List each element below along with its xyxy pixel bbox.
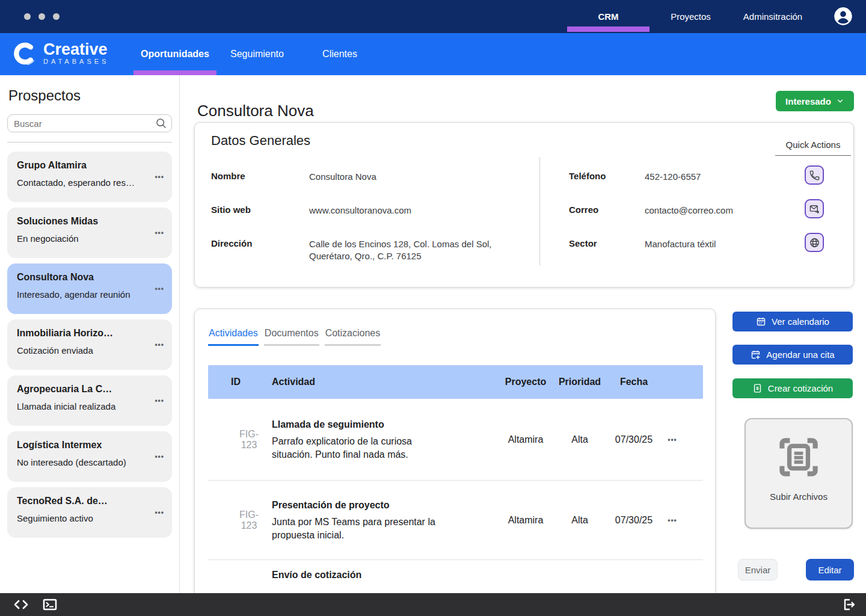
- prospect-item-grupo-altamira[interactable]: Grupo Altamira Contactado, esperando res…: [7, 152, 172, 202]
- activity-description: Junta por MS Teams para presentar la pro…: [272, 516, 439, 542]
- prospect-item-consultora-nova[interactable]: Consultora Nova Interesado, agendar reun…: [7, 263, 172, 314]
- nav-item-label: Adminsitración: [743, 11, 802, 22]
- sidebar-divider: [7, 142, 172, 143]
- column-header-actividad: Actividad: [272, 377, 315, 387]
- column-header-prioridad: Prioridad: [553, 377, 607, 387]
- tab-seguimiento[interactable]: Seguimiento: [229, 33, 286, 75]
- tab-oportunidades[interactable]: Oportunidades: [134, 33, 216, 75]
- ellipsis-menu-icon[interactable]: •••: [155, 173, 164, 181]
- prospect-name: Agropecuaria La C…: [17, 383, 162, 395]
- quick-action-website-button[interactable]: [805, 233, 824, 252]
- button-label: Agendar una cita: [766, 350, 834, 360]
- search-input[interactable]: [7, 114, 172, 132]
- activity-priority: Alta: [553, 434, 607, 445]
- tab-cotizaciones[interactable]: Cotizaciones: [325, 328, 381, 346]
- nav-item-proyectos[interactable]: Proyectos: [662, 0, 720, 33]
- ellipsis-menu-icon[interactable]: •••: [155, 340, 164, 349]
- ellipsis-menu-icon[interactable]: •••: [155, 508, 164, 517]
- prospect-name: Grupo Altamira: [17, 159, 162, 171]
- schedule-appointment-button[interactable]: Agendar una cita: [732, 345, 853, 365]
- logout-icon[interactable]: [841, 597, 856, 614]
- globe-icon: [809, 237, 820, 248]
- ellipsis-menu-icon[interactable]: •••: [660, 516, 684, 525]
- field-value-sitio-web: www.consultoranova.com: [309, 205, 508, 217]
- search-icon[interactable]: [155, 117, 168, 132]
- activity-title: Llamada de seguimiento: [272, 418, 439, 431]
- prospect-name: Consultora Nova: [17, 271, 162, 283]
- send-button[interactable]: Enviar: [738, 559, 778, 581]
- active-tab-underline: [134, 70, 216, 75]
- prospect-status: En negociación: [17, 233, 162, 244]
- tab-clientes[interactable]: Clientes: [321, 33, 358, 75]
- mail-forward-icon: [809, 203, 820, 215]
- page-title: Consultora Nova: [197, 102, 314, 120]
- table-row[interactable]: FIG-123 Llamada de seguimiento Parrafo e…: [208, 399, 703, 481]
- nav-item-administracion[interactable]: Adminsitración: [728, 0, 818, 33]
- ellipsis-menu-icon[interactable]: •••: [155, 452, 164, 461]
- terminal-icon[interactable]: [42, 598, 58, 611]
- prospect-item-tecnored[interactable]: TecnoRed S.A. de… Seguimiento activo •••: [7, 487, 172, 538]
- app-bar: Creative DATABASES Oportunidades Seguimi…: [0, 33, 866, 75]
- prospect-name: Soluciones Midas: [17, 215, 162, 227]
- top-navigation-bar: CRM Proyectos Adminsitración: [0, 0, 866, 33]
- field-label-sitio-web: Sitio web: [211, 205, 251, 215]
- column-header-fecha: Fecha: [607, 377, 661, 387]
- prospect-name: Logística Intermex: [17, 439, 162, 451]
- logo-icon: [11, 40, 37, 67]
- window-dot: [38, 13, 45, 20]
- create-quote-button[interactable]: $ Crear cotización: [732, 378, 853, 398]
- general-data-card: Datos Generales Nombre Consultora Nova S…: [194, 122, 854, 288]
- calendar-plus-icon: [751, 350, 761, 360]
- user-avatar-icon[interactable]: [834, 7, 853, 26]
- activity-cell: Envío de cotización: [272, 568, 439, 585]
- view-calendar-button[interactable]: Ver calendario: [732, 312, 853, 331]
- nav-item-label: Proyectos: [671, 11, 711, 22]
- ellipsis-menu-icon[interactable]: •••: [155, 396, 164, 405]
- prospect-status: No interesado (descartado): [17, 457, 162, 468]
- activity-priority: Alta: [553, 515, 607, 526]
- button-label: Ver calendario: [772, 316, 829, 327]
- activity-project: Altamira: [490, 515, 562, 526]
- svg-text:$: $: [756, 386, 759, 391]
- activities-card: Actividades Documentos Cotizaciones ID A…: [194, 309, 716, 616]
- ellipsis-menu-icon[interactable]: •••: [660, 436, 684, 444]
- nav-item-crm[interactable]: CRM: [567, 0, 650, 33]
- field-value-correo: contacto@correo.com: [645, 205, 783, 217]
- code-icon[interactable]: [13, 597, 29, 612]
- prospect-status: Interesado, agendar reunión: [17, 289, 162, 300]
- field-label-sector: Sector: [569, 238, 597, 248]
- activity-title: Presentación de proyecto: [272, 499, 439, 511]
- ellipsis-menu-icon[interactable]: •••: [155, 229, 164, 237]
- chevron-down-icon: [836, 97, 844, 105]
- field-value-direccion: Calle de los Encinos 128, Col. Lomas del…: [309, 238, 500, 262]
- upload-files-dropzone[interactable]: Subir Archivos: [745, 418, 853, 529]
- field-label-direccion: Dirección: [211, 238, 252, 248]
- tab-label: Seguimiento: [230, 49, 284, 60]
- ellipsis-menu-icon[interactable]: •••: [155, 285, 164, 293]
- tab-label: Clientes: [322, 49, 357, 60]
- quick-action-call-button[interactable]: [805, 165, 824, 185]
- window-control-dots: [24, 13, 60, 20]
- field-label-telefono: Teléfono: [569, 171, 606, 181]
- prospect-item-inmobiliaria-horizonte[interactable]: Inmobiliaria Horizo… Cotización enviada …: [7, 319, 172, 370]
- quick-action-email-button[interactable]: [805, 199, 824, 218]
- prospect-item-agropecuaria[interactable]: Agropecuaria La C… Llamada inicial reali…: [7, 375, 172, 426]
- calendar-icon: [756, 316, 766, 327]
- activity-date: 07/30/25: [607, 515, 661, 526]
- activity-cell: Llamada de seguimiento Parrafo explicato…: [272, 418, 439, 461]
- button-label: Crear cotización: [768, 383, 833, 393]
- table-row[interactable]: FIG-123 Presentación de proyecto Junta p…: [208, 481, 703, 560]
- tab-actividades[interactable]: Actividades: [208, 328, 259, 346]
- prospect-item-logistica-intermex[interactable]: Logística Intermex No interesado (descar…: [7, 431, 172, 482]
- nav-item-label: CRM: [598, 11, 618, 22]
- activity-date: 07/30/25: [607, 434, 661, 445]
- activity-description: Parrafo explicatorio de la curiosa situa…: [272, 435, 439, 461]
- prospect-item-soluciones-midas[interactable]: Soluciones Midas En negociación •••: [7, 208, 172, 258]
- column-header-proyecto: Proyecto: [490, 377, 562, 387]
- vertical-divider: [539, 157, 540, 265]
- status-dropdown-button[interactable]: Interesado: [776, 91, 854, 111]
- tab-documentos[interactable]: Documentos: [264, 328, 319, 346]
- edit-button[interactable]: Editar: [806, 559, 854, 581]
- prospect-name: Inmobiliaria Horizo…: [17, 327, 162, 339]
- prospect-status: Contactado, esperando res…: [17, 177, 162, 188]
